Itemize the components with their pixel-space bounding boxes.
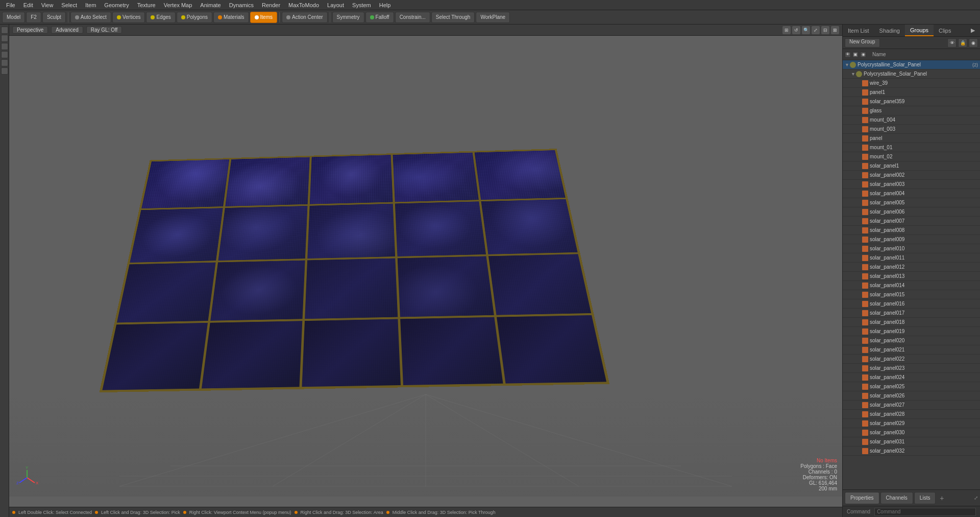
tab-expand-right[interactable]: ▶ xyxy=(966,25,980,36)
tree-item-3[interactable]: solar_panel359 xyxy=(843,97,980,106)
viewport-icon-refresh[interactable]: ↺ xyxy=(792,26,800,34)
constrain-btn[interactable]: Constrain... xyxy=(395,12,430,23)
menu-file[interactable]: File xyxy=(2,1,19,9)
tree-item-40[interactable]: solar_panel031 xyxy=(843,437,980,447)
f2-btn[interactable]: F2 xyxy=(26,12,41,23)
menu-item[interactable]: Item xyxy=(81,1,100,9)
tree-header-eye-icon[interactable]: 👁 xyxy=(845,52,851,58)
menu-layout[interactable]: Layout xyxy=(323,1,348,9)
menu-texture[interactable]: Texture xyxy=(133,1,160,9)
mode-model-btn[interactable]: Model xyxy=(2,12,25,23)
action-center-btn[interactable]: Action Center xyxy=(282,12,328,23)
menu-maxtomodo[interactable]: MaxToModo xyxy=(284,1,323,9)
left-tool-3[interactable] xyxy=(1,43,8,50)
viewport-icon-grid[interactable]: ⊞ xyxy=(782,26,791,34)
symmetry-btn[interactable]: Symmetry xyxy=(332,12,364,23)
tree-item-16[interactable]: solar_panel007 xyxy=(843,217,980,226)
tree-item-34[interactable]: solar_panel025 xyxy=(843,382,980,391)
viewport-icon-fit[interactable]: ⤢ xyxy=(812,26,820,34)
polygons-btn[interactable]: Polygons xyxy=(177,12,212,23)
expand-icon-0[interactable]: ▼ xyxy=(851,72,856,77)
tree-item-35[interactable]: solar_panel026 xyxy=(843,391,980,401)
scene-tree[interactable]: ▼ Polycrystalline_Solar_Panel (2) ▼ Poly… xyxy=(843,60,980,489)
tree-item-41[interactable]: solar_panel032 xyxy=(843,447,980,456)
tree-item-14[interactable]: solar_panel005 xyxy=(843,198,980,207)
menu-view[interactable]: View xyxy=(37,1,58,9)
left-tool-6[interactable] xyxy=(1,67,8,75)
tree-item-18[interactable]: solar_panel009 xyxy=(843,235,980,244)
menu-edit[interactable]: Edit xyxy=(19,1,37,9)
tab-shading[interactable]: Shading xyxy=(874,25,905,36)
tree-item-26[interactable]: solar_panel017 xyxy=(843,309,980,318)
tree-item-28[interactable]: solar_panel019 xyxy=(843,327,980,336)
tree-item-15[interactable]: solar_panel006 xyxy=(843,207,980,217)
tree-item-29[interactable]: solar_panel020 xyxy=(843,336,980,345)
menu-render[interactable]: Render xyxy=(258,1,284,9)
tab-clips[interactable]: Clips xyxy=(934,25,956,36)
menu-help[interactable]: Help xyxy=(375,1,395,9)
viewport-icon-search[interactable]: 🔍 xyxy=(802,26,810,34)
root-expand-icon[interactable]: ▼ xyxy=(845,62,850,67)
tab-groups[interactable]: Groups xyxy=(905,25,934,36)
tree-header-render-icon[interactable]: ◉ xyxy=(860,52,866,58)
tree-item-25[interactable]: solar_panel016 xyxy=(843,299,980,309)
menu-system[interactable]: System xyxy=(348,1,375,9)
rp-tool-lock[interactable]: 🔒 xyxy=(958,38,967,48)
viewport-icon-layout[interactable]: ⊟ xyxy=(821,26,829,34)
tree-item-7[interactable]: panel xyxy=(843,134,980,143)
tree-item-38[interactable]: solar_panel029 xyxy=(843,419,980,428)
new-group-btn[interactable]: New Group xyxy=(845,38,880,48)
falloff-btn[interactable]: Falloff xyxy=(365,12,394,23)
menu-geometry[interactable]: Geometry xyxy=(100,1,133,9)
tab-item-list[interactable]: Item List xyxy=(843,25,874,36)
command-input[interactable] xyxy=(874,508,976,516)
tab-channels[interactable]: Channels xyxy=(880,492,913,504)
left-tool-4[interactable] xyxy=(1,51,8,58)
tree-item-24[interactable]: solar_panel015 xyxy=(843,290,980,299)
select-through-btn[interactable]: Select Through xyxy=(431,12,475,23)
tree-item-37[interactable]: solar_panel028 xyxy=(843,410,980,419)
workplane-btn[interactable]: WorkPlane xyxy=(476,12,510,23)
ray-gl-btn[interactable]: Ray GL: Off xyxy=(86,26,122,34)
edges-btn[interactable]: Edges xyxy=(146,12,175,23)
menu-dynamics[interactable]: Dynamics xyxy=(225,1,258,9)
tab-properties[interactable]: Properties xyxy=(845,492,879,504)
left-tool-1[interactable] xyxy=(1,27,8,34)
menu-vertex-map[interactable]: Vertex Map xyxy=(160,1,197,9)
tree-item-8[interactable]: mount_01 xyxy=(843,143,980,152)
tree-item-27[interactable]: solar_panel018 xyxy=(843,318,980,327)
viewport-icon-expand[interactable]: ⊠ xyxy=(831,26,839,34)
materials-btn[interactable]: Materials xyxy=(213,12,249,23)
sculpt-btn[interactable]: Sculpt xyxy=(42,12,66,23)
tree-item-1[interactable]: wire_39 xyxy=(843,79,980,88)
tab-lists[interactable]: Lists xyxy=(914,492,936,504)
tree-item-19[interactable]: solar_panel010 xyxy=(843,244,980,253)
tree-item-12[interactable]: solar_panel003 xyxy=(843,180,980,189)
tree-item-10[interactable]: solar_panel1 xyxy=(843,161,980,171)
tree-item-2[interactable]: panel1 xyxy=(843,88,980,97)
tree-item-6[interactable]: mount_003 xyxy=(843,125,980,134)
auto-select-btn[interactable]: Auto Select xyxy=(70,12,111,23)
vertices-btn[interactable]: Vertices xyxy=(112,12,145,23)
left-tool-2[interactable] xyxy=(1,35,8,42)
tree-item-17[interactable]: solar_panel008 xyxy=(843,226,980,235)
tree-item-5[interactable]: mount_004 xyxy=(843,115,980,125)
tree-item-0[interactable]: ▼ Polycrystalline_Solar_Panel xyxy=(843,69,980,79)
add-tab-btn[interactable]: + xyxy=(937,493,947,503)
menu-animate[interactable]: Animate xyxy=(196,1,225,9)
tree-item-13[interactable]: solar_panel004 xyxy=(843,189,980,198)
tree-item-23[interactable]: solar_panel014 xyxy=(843,281,980,290)
tree-item-4[interactable]: glass xyxy=(843,106,980,115)
left-tool-5[interactable] xyxy=(1,59,8,66)
tree-item-36[interactable]: solar_panel027 xyxy=(843,401,980,410)
tree-item-21[interactable]: solar_panel012 xyxy=(843,263,980,272)
advanced-btn[interactable]: Advanced xyxy=(51,26,83,34)
tree-item-33[interactable]: solar_panel024 xyxy=(843,373,980,382)
tree-item-32[interactable]: solar_panel023 xyxy=(843,364,980,373)
tree-item-22[interactable]: solar_panel013 xyxy=(843,272,980,281)
tree-header-lock-icon[interactable]: ▣ xyxy=(852,52,859,58)
menu-select[interactable]: Select xyxy=(57,1,81,9)
rp-tool-render[interactable]: ◉ xyxy=(969,38,978,48)
tree-item-9[interactable]: mount_02 xyxy=(843,152,980,161)
items-btn[interactable]: Items xyxy=(250,12,277,23)
